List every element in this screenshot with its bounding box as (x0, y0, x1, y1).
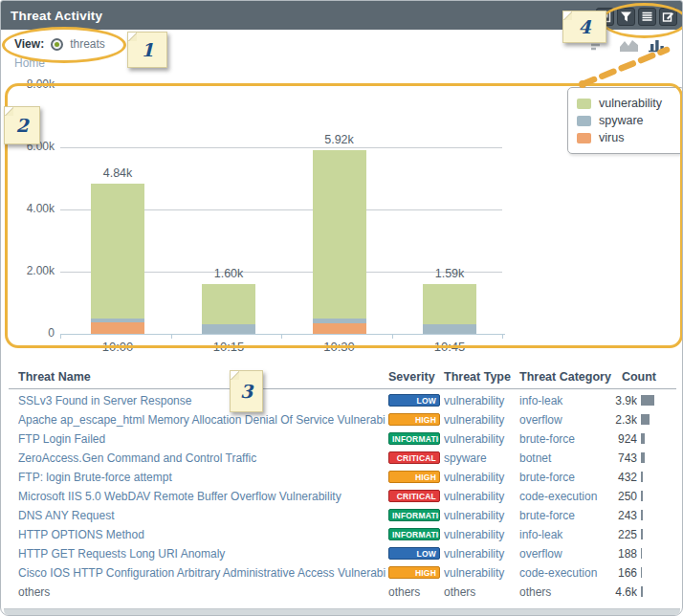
count-cell (641, 487, 660, 506)
x-axis-category-label: 10:00 (79, 340, 156, 354)
column-header-severity[interactable]: Severity (388, 367, 435, 386)
threat-name-link[interactable]: SSLv3 Found in Server Response (18, 391, 386, 410)
callout-number: 4 (578, 16, 590, 37)
threat-name-link[interactable]: Apache ap_escape_html Memory Allocation … (18, 410, 386, 429)
bar-segment-vulnerability[interactable] (202, 284, 255, 324)
y-axis-tick-label: 4.00k (12, 202, 55, 215)
bar-segment-spyware[interactable] (313, 319, 366, 323)
count-value: 2.3k (592, 410, 637, 429)
threat-name-text: others (18, 583, 386, 602)
legend-label: spyware (599, 114, 644, 127)
count-bar (641, 529, 643, 539)
count-bar (641, 433, 645, 444)
threat-type-link[interactable]: vulnerability (444, 410, 517, 429)
count-cell (641, 525, 660, 544)
severity-cell: INFORMATIONAL (388, 429, 442, 449)
count-bar (641, 510, 643, 520)
threat-type-link[interactable]: vulnerability (444, 429, 517, 449)
threat-name-link[interactable]: Microsoft IIS 5.0 WebDAV Remote Buffer O… (18, 487, 386, 506)
y-axis-tick-label: 0 (12, 326, 55, 340)
threat-type-link[interactable]: vulnerability (444, 525, 517, 544)
threat-name-link[interactable]: HTTP GET Requests Long URI Anomaly (18, 544, 386, 563)
bar-segment-spyware[interactable] (423, 324, 476, 334)
edit-report-icon[interactable] (659, 8, 677, 26)
bar-total-label: 1.59k (411, 267, 488, 280)
threat-name-link[interactable]: DNS ANY Request (18, 506, 386, 525)
table-header-divider (9, 388, 676, 389)
legend-item-spyware[interactable]: spyware (577, 112, 683, 129)
count-value: 188 (592, 544, 637, 563)
count-cell (641, 429, 660, 449)
count-cell (641, 544, 660, 563)
area-chart-icon[interactable] (619, 38, 639, 53)
bar-segment-vulnerability[interactable] (313, 150, 366, 319)
title-bar-actions (596, 8, 677, 26)
severity-badge: INFORMATIONAL (388, 432, 440, 445)
filter-icon[interactable] (617, 8, 635, 26)
legend-item-virus[interactable]: virus (577, 129, 683, 146)
gridline (60, 85, 502, 86)
count-value: 166 (592, 563, 637, 583)
y-axis-tick-label: 8.00k (12, 77, 55, 91)
threat-type-link[interactable]: vulnerability (444, 487, 517, 506)
threats-radio[interactable] (51, 38, 63, 51)
severity-badge: HIGH (388, 566, 440, 579)
severity-badge: LOW (388, 394, 440, 407)
x-axis-tick (281, 335, 282, 339)
threat-type-link[interactable]: vulnerability (444, 544, 517, 563)
count-value: 743 (592, 449, 637, 468)
threat-name-link[interactable]: HTTP OPTIONS Method (18, 525, 386, 544)
count-cell (641, 449, 660, 468)
severity-cell: HIGH (388, 410, 442, 429)
legend-label: vulnerability (599, 97, 662, 110)
threat-name-link[interactable]: FTP Login Failed (18, 429, 386, 449)
column-header-threat-type[interactable]: Threat Type (444, 367, 511, 386)
legend-swatch (577, 116, 591, 126)
threat-type-link[interactable]: vulnerability (444, 391, 517, 410)
legend-list-icon[interactable] (638, 8, 656, 26)
page-title: Threat Activity (1, 9, 102, 23)
column-chart-icon[interactable] (648, 38, 668, 53)
count-cell (641, 391, 660, 410)
column-header-threat-name[interactable]: Threat Name (18, 367, 91, 386)
bar-segment-vulnerability[interactable] (423, 284, 476, 324)
bar-segment-virus[interactable] (91, 322, 144, 334)
bar-total-label: 1.60k (190, 267, 267, 280)
bar-segment-spyware[interactable] (91, 319, 144, 322)
callout-number: 3 (240, 381, 253, 402)
breadcrumb-home[interactable]: Home (14, 56, 45, 70)
callout-note-3: 3 (230, 370, 263, 412)
threat-name-link[interactable]: FTP: login Brute-force attempt (18, 468, 386, 487)
count-cell (641, 410, 660, 429)
x-axis-category-label: 10:15 (190, 340, 267, 354)
legend-swatch (577, 99, 591, 109)
threat-type-link[interactable]: vulnerability (444, 468, 517, 487)
count-cell (641, 563, 660, 583)
count-bar (641, 414, 650, 425)
severity-cell: INFORMATIONAL (388, 525, 442, 544)
bottom-scrollbar-track[interactable] (4, 608, 680, 616)
bar-segment-vulnerability[interactable] (91, 184, 144, 319)
y-axis-tick-label: 2.00k (12, 264, 55, 277)
severity-badge: HIGH (388, 471, 440, 483)
severity-cell: CRITICAL (388, 449, 442, 468)
count-bar (641, 491, 643, 501)
threat-name-link[interactable]: ZeroAccess.Gen Command and Control Traff… (18, 449, 386, 468)
x-axis-tick (502, 335, 503, 339)
threat-name-link[interactable]: Cisco IOS HTTP Configuration Arbitrary A… (18, 563, 386, 583)
legend-item-vulnerability[interactable]: vulnerability (577, 95, 683, 112)
bar-segment-virus[interactable] (313, 323, 366, 334)
severity-cell: HIGH (388, 468, 442, 487)
gridline (60, 147, 502, 148)
severity-badge: INFORMATIONAL (388, 509, 440, 521)
threat-type-link[interactable]: vulnerability (444, 563, 517, 583)
severity-badge: CRITICAL (388, 490, 440, 502)
threat-type-link[interactable]: spyware (444, 449, 517, 468)
view-option-threats[interactable]: threats (70, 37, 105, 51)
severity-cell: others (388, 583, 442, 602)
severity-badge: CRITICAL (388, 451, 440, 464)
column-header-threat-category[interactable]: Threat Category (519, 367, 611, 386)
bar-segment-spyware[interactable] (202, 324, 255, 334)
column-header-count[interactable]: Count (613, 367, 656, 386)
threat-type-link[interactable]: vulnerability (444, 506, 517, 525)
